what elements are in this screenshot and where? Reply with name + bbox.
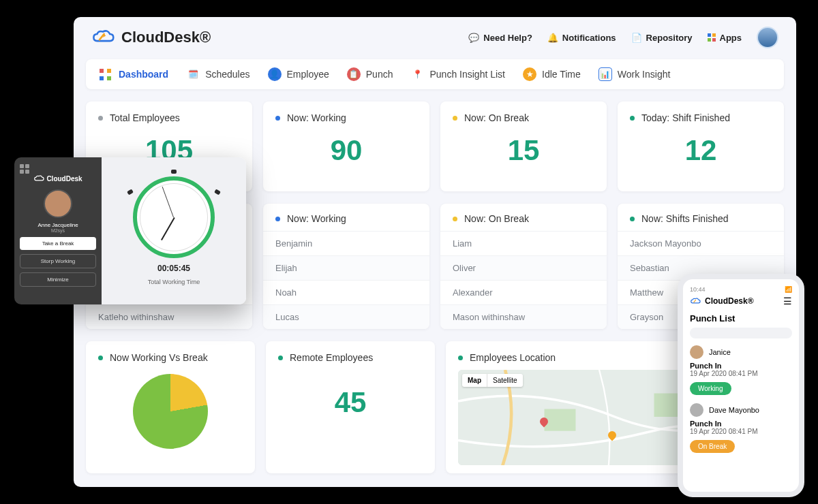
punch-event: Punch In [690, 362, 792, 370]
nav-employee[interactable]: 👤 Employee [268, 67, 329, 81]
nav-work-insight-label: Work Insight [618, 69, 671, 80]
widget-brand: CloudDesk [33, 175, 82, 183]
dot-icon [630, 116, 635, 121]
dashboard-icon [100, 67, 113, 81]
punch-insight-icon: 📍 [410, 67, 424, 81]
employee-icon: 👤 [268, 67, 282, 81]
widget-time: 00:05:45 [157, 264, 190, 273]
punch-icon: 📋 [347, 67, 361, 81]
calendar-icon: 🗓️ [186, 67, 200, 81]
timer-widget: CloudDesk Anne Jacqueline M2sys Take a B… [14, 157, 246, 304]
card-label: Now Working Vs Break [110, 352, 208, 363]
chat-icon: 💬 [468, 33, 479, 43]
clouddesk-logo-icon [91, 29, 115, 46]
doc-icon: 📄 [631, 33, 642, 43]
notifications-label: Notifications [562, 33, 616, 43]
card-pie: Now Working Vs Break [86, 341, 255, 473]
widget-avatar [44, 189, 72, 218]
work-insight-icon: 📊 [599, 67, 612, 81]
widget-user-org: M2sys [51, 228, 65, 233]
nav-schedules[interactable]: 🗓️ Schedules [186, 67, 249, 81]
nav-idle-time-label: Idle Time [542, 69, 581, 80]
list-item[interactable]: Elijah [263, 255, 429, 280]
mobile-preview: 10:44 📶 CloudDesk® ☰ Punch List JanicePu… [678, 274, 804, 497]
list-card-working: Now: Working Benjamin Elijah Noah Lucas [263, 204, 429, 329]
need-help-link[interactable]: 💬 Need Help? [468, 33, 532, 43]
list-item[interactable]: Oliver [440, 255, 607, 280]
hamburger-menu-icon[interactable]: ☰ [783, 296, 792, 306]
map-type-toggle[interactable]: Map Satellite [462, 374, 523, 387]
list-item[interactable]: Lucas [263, 304, 429, 329]
grip-icon[interactable] [20, 164, 29, 174]
card-label: Total Employees [110, 112, 180, 123]
dot-icon [275, 217, 280, 221]
topbar: CloudDesk® 💬 Need Help? 🔔 Notifications … [74, 17, 796, 54]
nav-punch-insight[interactable]: 📍 Punch Insight List [410, 67, 505, 81]
clouddesk-logo-icon [33, 175, 44, 183]
punch-person[interactable]: Janice [690, 345, 792, 359]
list-item[interactable]: Alexander [440, 280, 607, 304]
phone-brand-label: CloudDesk® [705, 296, 754, 306]
apps-label: Apps [720, 33, 742, 43]
user-avatar[interactable] [757, 27, 778, 48]
dot-icon [453, 217, 457, 221]
card-label: Remote Employees [290, 352, 373, 363]
card-value: 15 [453, 134, 594, 167]
idle-time-icon: ★ [523, 67, 536, 81]
brand: CloudDesk® [91, 29, 211, 46]
punch-event: Punch In [690, 420, 792, 428]
svg-rect-1 [545, 409, 576, 431]
nav-dashboard[interactable]: Dashboard [100, 67, 168, 81]
map-btn[interactable]: Map [462, 374, 487, 387]
card-label: Now: Working [287, 112, 346, 123]
satellite-btn[interactable]: Satellite [487, 374, 523, 387]
repository-link[interactable]: 📄 Repository [631, 33, 693, 43]
phone-clock: 10:44 [690, 286, 706, 293]
card-now-break: Now: On Break 15 [440, 101, 607, 191]
pie-chart [133, 374, 208, 449]
status-chip: Working [690, 382, 731, 395]
widget-time-label: Total Working Time [148, 279, 200, 285]
list-item[interactable]: Liam [440, 231, 607, 255]
person-name: Dave Mayonbo [709, 406, 759, 414]
take-break-button[interactable]: Take a Break [20, 237, 96, 250]
stop-working-button[interactable]: Storp Working [20, 254, 96, 268]
nav-dashboard-label: Dashboard [119, 69, 168, 80]
punch-time: 19 Apr 2020 08:41 PM [690, 370, 792, 377]
nav-work-insight[interactable]: 📊 Work Insight [599, 67, 671, 81]
phone-header: CloudDesk® ☰ [690, 296, 792, 306]
nav-punch-insight-label: Punch Insight List [429, 69, 505, 80]
phone-search-input[interactable] [690, 328, 792, 338]
status-chip: On Break [690, 440, 735, 453]
nav-punch[interactable]: 📋 Punch [347, 67, 393, 81]
list-header: Now: Shifts Finished [641, 213, 729, 224]
card-label: Employees Location [470, 352, 556, 363]
stopwatch-icon [133, 176, 215, 258]
punch-time: 19 Apr 2020 08:41 PM [690, 428, 792, 435]
avatar [690, 403, 703, 417]
nav-punch-label: Punch [366, 69, 393, 80]
punch-list: JanicePunch In19 Apr 2020 08:41 PMWorkin… [690, 345, 792, 461]
list-item[interactable]: Jackson Mayonbo [618, 231, 784, 255]
list-item[interactable]: Katleho withinshaw [86, 304, 252, 329]
apps-link[interactable]: Apps [708, 33, 742, 43]
signal-icon: 📶 [785, 286, 792, 293]
punch-person[interactable]: Dave Mayonbo [690, 403, 792, 417]
dot-icon [275, 116, 280, 121]
apps-icon [708, 33, 716, 42]
widget-brand-label: CloudDesk [46, 175, 82, 183]
nav-idle-time[interactable]: ★ Idle Time [523, 67, 581, 81]
need-help-label: Need Help? [483, 33, 532, 43]
list-item[interactable]: Mason withinshaw [440, 304, 607, 329]
clouddesk-logo-icon [690, 298, 701, 305]
list-header: Now: On Break [464, 213, 529, 224]
dot-icon [98, 116, 103, 121]
notifications-link[interactable]: 🔔 Notifications [547, 33, 616, 43]
list-item[interactable]: Benjamin [263, 231, 429, 255]
list-item[interactable]: Noah [263, 280, 429, 304]
phone-statusbar: 10:44 📶 [690, 286, 792, 293]
bell-icon: 🔔 [547, 33, 558, 43]
minimize-button[interactable]: Minimize [20, 272, 96, 287]
brand-name: CloudDesk® [121, 29, 211, 46]
dot-icon [453, 116, 457, 121]
